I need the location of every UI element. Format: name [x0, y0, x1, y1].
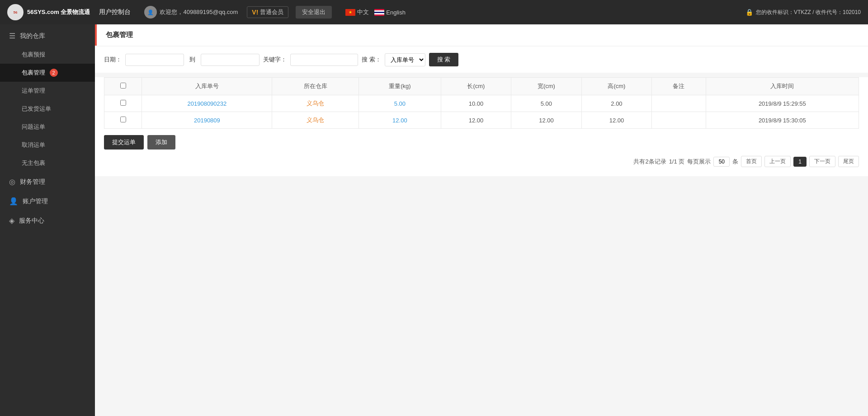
row1-width: 5.00: [511, 95, 582, 112]
member-badge: V! 普通会员: [247, 6, 288, 18]
logout-button[interactable]: 安全退出: [296, 6, 332, 19]
row2-width: 12.00: [511, 112, 582, 129]
page-info: 1/1 页: [669, 158, 685, 166]
avatar: 👤: [144, 6, 157, 19]
row2-height: 12.00: [581, 112, 652, 129]
sidebar-shipped-label: 已发货运单: [22, 105, 51, 112]
row2-warehouse: 义乌仓: [272, 112, 359, 129]
v-icon: V!: [252, 9, 258, 16]
package-table: 入库单号 所在仓库 重量(kg) 长(cm) 宽(cm) 高(cm) 备注 入库…: [104, 77, 859, 129]
next-page-button[interactable]: 下一页: [809, 156, 835, 167]
receiver-text: 您的收件标识：VTKZZ / 收件代号：102010: [756, 9, 861, 16]
receiver-info: 🔒 您的收件标识：VTKZZ / 收件代号：102010: [745, 9, 861, 16]
row1-height: 2.00: [581, 95, 652, 112]
sidebar-item-waybill-management[interactable]: 运单管理: [0, 82, 95, 100]
lang-en-area[interactable]: English: [374, 9, 406, 16]
table-header-row: 入库单号 所在仓库 重量(kg) 长(cm) 宽(cm) 高(cm) 备注 入库…: [104, 78, 859, 95]
search-type-select[interactable]: 入库单号: [385, 53, 425, 66]
sidebar-warehouse-label: 我的仓库: [20, 32, 45, 40]
col-width: 宽(cm): [511, 78, 582, 95]
prev-page-button[interactable]: 上一页: [764, 156, 791, 167]
header-user: 👤 欢迎您，409889195@qq.com: [144, 6, 238, 19]
welcome-text: 欢迎您，409889195@qq.com: [160, 8, 238, 16]
logo-area: 56 56SYS.com 全景物流通: [7, 4, 90, 20]
add-button[interactable]: 添加: [147, 135, 175, 150]
row1-remark: [652, 95, 706, 112]
row1-checkbox[interactable]: [120, 100, 126, 106]
row1-checkbox-cell: [104, 95, 142, 112]
sidebar-item-problem-waybill[interactable]: 问题运单: [0, 118, 95, 136]
lock-icon: 🔒: [745, 9, 753, 16]
account-icon: 👤: [9, 197, 18, 206]
col-warehouse: 所在仓库: [272, 78, 359, 95]
flag-th-icon: [374, 9, 384, 16]
sidebar: ☰ 我的仓库 包裹预报 包裹管理 2 运单管理 已发货运单 问题运单 取消运单 …: [0, 24, 95, 416]
sidebar-section-finance[interactable]: ◎ 财务管理: [0, 172, 95, 192]
sidebar-item-package-management[interactable]: 包裹管理 2: [0, 64, 95, 82]
total-records: 共有2条记录: [633, 158, 666, 166]
sidebar-section-service[interactable]: ◈ 服务中心: [0, 211, 95, 230]
keyword-label: 关键字：: [263, 56, 287, 64]
date-to-label: 到: [189, 56, 195, 64]
table-container: 入库单号 所在仓库 重量(kg) 长(cm) 宽(cm) 高(cm) 备注 入库…: [95, 77, 868, 176]
date-from-input[interactable]: [125, 54, 184, 66]
sidebar-item-cancel-waybill[interactable]: 取消运单: [0, 136, 95, 154]
col-remark: 备注: [652, 78, 706, 95]
row2-remark: [652, 112, 706, 129]
sidebar-item-shipped-waybill[interactable]: 已发货运单: [0, 100, 95, 118]
submit-waybill-button[interactable]: 提交运单: [104, 135, 144, 150]
main-content: 包裹管理 日期： 到 关键字： 搜 索： 入库单号 搜 索 入库单号: [95, 24, 868, 416]
row1-inbound-no: 201908090232: [142, 95, 272, 112]
sidebar-package-management-label: 包裹管理: [22, 69, 45, 76]
sidebar-item-unclaimed[interactable]: 无主包裹: [0, 154, 95, 172]
keyword-input[interactable]: [290, 54, 358, 66]
row1-warehouse: 义乌仓: [272, 95, 359, 112]
first-page-button[interactable]: 首页: [741, 156, 762, 167]
col-weight: 重量(kg): [359, 78, 441, 95]
sidebar-section-account[interactable]: 👤 账户管理: [0, 192, 95, 211]
search-button[interactable]: 搜 索: [429, 53, 459, 66]
table-head: 入库单号 所在仓库 重量(kg) 长(cm) 宽(cm) 高(cm) 备注 入库…: [104, 78, 859, 95]
warehouse-icon: ☰: [9, 32, 15, 40]
page-title: 包裹管理: [106, 31, 133, 39]
row1-time: 2019/8/9 15:29:55: [706, 95, 859, 112]
sidebar-service-label: 服务中心: [19, 217, 44, 225]
sidebar-problem-label: 问题运单: [22, 123, 45, 130]
row1-length: 10.00: [441, 95, 511, 112]
service-icon: ◈: [9, 216, 14, 225]
sidebar-package-forecast-label: 包裹预报: [22, 51, 45, 58]
row2-checkbox[interactable]: [120, 117, 126, 122]
sidebar-unclaimed-label: 无主包裹: [22, 159, 45, 166]
row2-time: 2019/8/9 15:30:05: [706, 112, 859, 129]
member-label: 普通会员: [260, 8, 283, 16]
per-page-label: 每页展示: [687, 158, 711, 166]
last-page-button[interactable]: 尾页: [838, 156, 859, 167]
date-label: 日期：: [104, 56, 122, 64]
header-title: 用户控制台: [99, 8, 131, 16]
sidebar-finance-label: 财务管理: [20, 178, 45, 186]
pagination: 共有2条记录 1/1 页 每页展示 50 条 首页 上一页 1 下一页 尾页: [104, 156, 859, 167]
col-checkbox: [104, 78, 142, 95]
col-length: 长(cm): [441, 78, 511, 95]
sidebar-section-warehouse[interactable]: ☰ 我的仓库: [0, 26, 95, 46]
header: 56 56SYS.com 全景物流通 用户控制台 👤 欢迎您，409889195…: [0, 0, 868, 24]
current-page-button[interactable]: 1: [793, 157, 807, 167]
lang-cn-label: 中文: [357, 8, 369, 16]
sidebar-account-label: 账户管理: [23, 197, 48, 206]
lang-cn-area[interactable]: ★ 中文: [345, 8, 369, 16]
col-time: 入库时间: [706, 78, 859, 95]
finance-icon: ◎: [9, 178, 15, 186]
select-all-checkbox[interactable]: [120, 83, 126, 89]
row1-weight: 5.00: [359, 95, 441, 112]
layout: ☰ 我的仓库 包裹预报 包裹管理 2 运单管理 已发货运单 问题运单 取消运单 …: [0, 24, 868, 416]
filter-bar: 日期： 到 关键字： 搜 索： 入库单号 搜 索: [95, 47, 868, 73]
lang-en-label: English: [386, 9, 406, 16]
date-to-input[interactable]: [201, 54, 259, 66]
sidebar-cancel-label: 取消运单: [22, 141, 45, 148]
table-row: 20190809 义乌仓 12.00 12.00 12.00 12.00 201…: [104, 112, 859, 129]
sidebar-item-package-forecast[interactable]: 包裹预报: [0, 46, 95, 64]
row2-checkbox-cell: [104, 112, 142, 129]
logo-text: 56SYS.com 全景物流通: [27, 8, 90, 16]
per-page-unit: 条: [732, 158, 738, 166]
per-page-input[interactable]: 50: [713, 157, 730, 167]
